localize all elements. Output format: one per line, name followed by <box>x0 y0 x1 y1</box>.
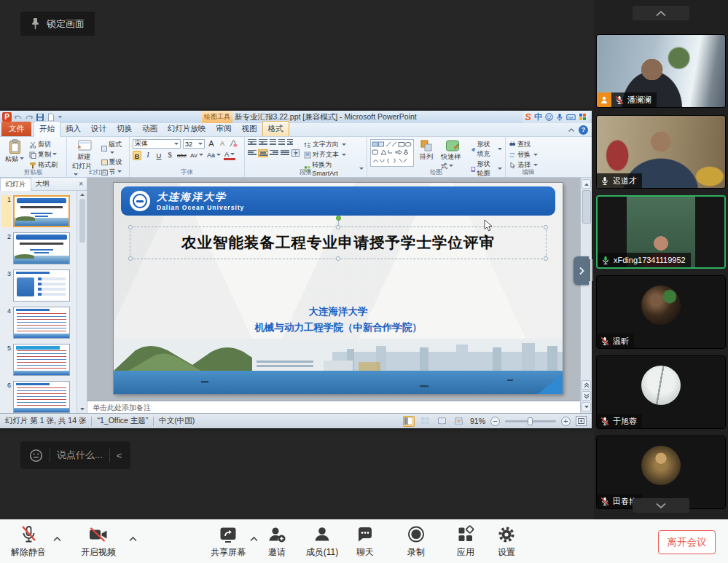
justify-button[interactable] <box>281 150 289 157</box>
slide-scrollbar[interactable] <box>580 178 592 413</box>
chat-quick-bar[interactable]: 说点什么... < <box>20 441 130 469</box>
panel-scroll-down-icon[interactable] <box>79 407 85 412</box>
scroll-thumb[interactable] <box>582 190 591 224</box>
ime-language-icon[interactable]: 中 <box>534 111 542 122</box>
columns-button[interactable] <box>291 149 300 157</box>
lock-view-button[interactable]: 锁定画面 <box>20 12 95 36</box>
quick-styles-button[interactable]: 快速样式 <box>439 139 467 171</box>
tab-file[interactable]: 文件 <box>1 122 31 136</box>
slideshow-view-button[interactable] <box>453 416 465 427</box>
slide-thumbnail-4[interactable]: 4 <box>1 307 75 339</box>
save-icon[interactable] <box>36 113 44 122</box>
slide-thumbnail-3[interactable]: 3 <box>1 269 75 302</box>
panel-tab-outline[interactable]: 大纲 <box>31 178 54 190</box>
share-screen-button[interactable]: 共享屏幕 <box>203 525 254 559</box>
qat-dropdown-icon[interactable] <box>58 114 63 119</box>
notes-pane[interactable]: 单击此处添加备注 <box>87 401 580 413</box>
minimize-ribbon-icon[interactable] <box>568 127 575 133</box>
resize-handle[interactable] <box>336 225 340 229</box>
tab-home[interactable]: 开始 <box>34 121 60 137</box>
slide-thumbnail-1[interactable]: 1 <box>1 195 75 227</box>
normal-view-button[interactable] <box>403 416 415 427</box>
replace-button[interactable]: 替换 <box>509 150 548 160</box>
align-left-button[interactable] <box>248 150 257 157</box>
reset-button[interactable]: 重设 <box>101 157 126 167</box>
participant-tile-1[interactable]: 潘澜澜 <box>596 34 726 108</box>
ime-mic-icon[interactable] <box>556 113 563 122</box>
tab-insert[interactable]: 插入 <box>60 122 86 136</box>
align-center-button[interactable] <box>259 150 267 157</box>
scroll-down-button[interactable] <box>582 402 591 412</box>
slide-thumbnail-6[interactable]: 6 <box>1 381 75 413</box>
fit-to-window-button[interactable] <box>576 416 587 426</box>
ime-smiley-icon[interactable] <box>545 113 553 121</box>
slide-thumbnail-5[interactable]: 5 <box>1 344 75 376</box>
ime-logo-icon[interactable]: S <box>525 111 531 122</box>
sidebar-expand-handle[interactable] <box>574 256 589 285</box>
tab-animations[interactable]: 动画 <box>137 122 163 136</box>
slide-sorter-view-button[interactable] <box>420 416 431 427</box>
emoji-icon[interactable] <box>29 449 43 462</box>
panel-scrollbar[interactable] <box>77 191 87 413</box>
language-indicator[interactable]: 中文(中国) <box>159 416 195 426</box>
resize-handle[interactable] <box>336 256 340 261</box>
record-button[interactable]: 录制 <box>391 525 442 559</box>
resize-handle[interactable] <box>544 225 548 229</box>
start-video-button[interactable]: 开启视频 <box>73 525 124 559</box>
zoom-slider-knob[interactable] <box>528 417 533 425</box>
slide-thumbnail-2[interactable]: 2 <box>1 232 75 264</box>
grow-font-button[interactable]: A <box>207 139 216 149</box>
participant-tile-3[interactable]: xFding17341119952 <box>596 195 726 269</box>
unmute-button[interactable]: 解除静音 <box>3 525 54 559</box>
participant-tile-4[interactable]: 温昕 <box>596 275 726 349</box>
tab-review[interactable]: 审阅 <box>211 122 237 136</box>
resize-handle[interactable] <box>128 225 133 229</box>
panel-close-button[interactable]: × <box>75 180 87 188</box>
change-case-button[interactable]: Aa <box>206 151 222 160</box>
participant-tile-2[interactable]: 迟道才 <box>596 115 726 189</box>
arrange-button[interactable]: 排列 <box>418 139 435 162</box>
zoom-slider[interactable] <box>505 420 556 422</box>
settings-button[interactable]: 设置 <box>481 525 532 559</box>
chat-collapse-button[interactable]: < <box>117 450 122 461</box>
sidebar-scroll-down-button[interactable] <box>633 498 689 513</box>
text-direction-button[interactable]: 文字方向 <box>304 140 364 149</box>
text-shadow-button[interactable]: S <box>165 151 174 160</box>
panel-scroll-up-icon[interactable] <box>79 192 85 197</box>
font-color-button[interactable]: A <box>224 151 235 160</box>
panel-tab-slides[interactable]: 幻灯片 <box>0 178 31 191</box>
slide[interactable]: 大连海洋大学 Dalian Ocean University <box>114 183 563 394</box>
align-right-button[interactable] <box>270 150 278 157</box>
shrink-font-button[interactable]: A <box>218 139 227 149</box>
strikethrough-button[interactable]: abc <box>176 151 187 160</box>
clear-formatting-icon[interactable] <box>229 140 238 148</box>
tab-transitions[interactable]: 切换 <box>111 122 137 136</box>
sidebar-collapse-up-button[interactable] <box>633 6 689 20</box>
layout-button[interactable]: 版式 <box>101 140 126 157</box>
previous-slide-button[interactable] <box>582 380 591 390</box>
ime-toolbox-icon[interactable] <box>579 113 587 121</box>
resize-handle[interactable] <box>128 256 133 261</box>
participant-tile-5[interactable]: 于旭蓉 <box>596 355 726 429</box>
copy-button[interactable]: 复制 <box>29 150 58 160</box>
rotate-handle[interactable] <box>336 216 341 221</box>
zoom-in-button[interactable]: + <box>561 417 571 426</box>
increase-indent-button[interactable] <box>278 139 285 146</box>
mic-options-chevron[interactable] <box>52 536 62 542</box>
panel-scroll-thumb[interactable] <box>79 199 85 243</box>
tab-design[interactable]: 设计 <box>86 122 111 136</box>
font-size-combobox[interactable]: 32 <box>183 139 205 149</box>
chat-input-placeholder[interactable]: 说点什么... <box>57 449 103 462</box>
chat-button[interactable]: 聊天 <box>340 525 391 559</box>
sidebar-resize-grip[interactable] <box>589 259 593 281</box>
leave-meeting-button[interactable]: 离开会议 <box>658 530 716 554</box>
underline-button[interactable]: U <box>154 151 163 160</box>
character-spacing-button[interactable]: AV <box>189 151 204 160</box>
zoom-out-button[interactable]: − <box>490 417 500 426</box>
ime-keyboard-icon[interactable] <box>566 114 576 121</box>
bullets-button[interactable] <box>248 139 257 146</box>
invite-button[interactable]: 邀请 <box>251 525 302 559</box>
resize-handle[interactable] <box>544 256 548 261</box>
decrease-indent-button[interactable] <box>270 139 276 146</box>
ime-toolbar[interactable]: S 中 <box>522 111 589 123</box>
